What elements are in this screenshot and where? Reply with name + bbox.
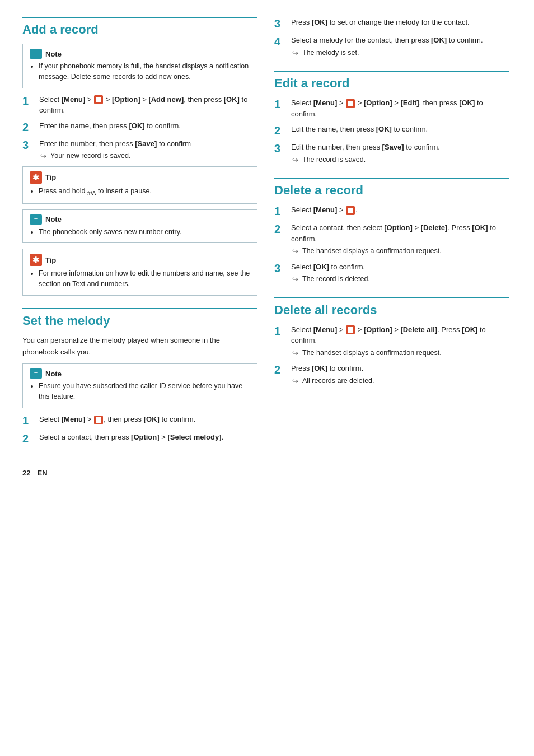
step-num-d2: 2 xyxy=(274,222,287,236)
tip-icon-2: ✱ xyxy=(30,254,42,266)
step-content-m2: Select a contact, then press [Option] > … xyxy=(39,432,257,443)
step-content-m3: Press [OK] to set or change the melody f… xyxy=(291,17,509,28)
note-label-1: Note xyxy=(45,50,62,58)
note-icon-1: ≡ xyxy=(30,49,42,59)
step-num-m4: 4 xyxy=(274,35,287,48)
step-melody-2: 2 Select a contact, then press [Option] … xyxy=(22,432,257,445)
step-content-da1: Select [Menu] > > [Option] > [Delete all… xyxy=(291,324,509,359)
step-content-d1: Select [Menu] > . xyxy=(291,204,509,216)
section-set-melody: Set the melody You can personalize the m… xyxy=(22,308,257,445)
step-num-1: 1 xyxy=(22,94,35,108)
edit-record-title: Edit a record xyxy=(274,71,509,91)
note-header-melody: ≡ Note xyxy=(30,368,250,379)
section-delete-all: Delete all records 1 Select [Menu] > > [… xyxy=(274,297,509,387)
tip-header-2: ✱ Tip xyxy=(30,254,250,266)
melody-steps-cont: 3 Press [OK] to set or change the melody… xyxy=(274,17,509,58)
step-content-d3: Select [OK] to confirm. ↪ The record is … xyxy=(291,262,509,285)
step-result-da1: ↪ The handset displays a confirmation re… xyxy=(291,348,509,359)
result-text-da2: All records are deleted. xyxy=(302,376,374,386)
step-del-2: 2 Select a contact, then select [Option]… xyxy=(274,222,509,257)
melody-steps: 1 Select [Menu] > , then press [OK] to c… xyxy=(22,414,257,445)
step-num-2: 2 xyxy=(22,120,35,134)
right-column: 3 Press [OK] to set or change the melody… xyxy=(274,17,509,458)
tip-list-2: For more information on how to edit the … xyxy=(30,268,250,290)
note-list-melody: Ensure you have subscribed the caller ID… xyxy=(30,381,250,402)
step-content-d2: Select a contact, then select [Option] >… xyxy=(291,222,509,257)
note-label-2: Note xyxy=(45,215,62,223)
note-list-1: If your phonebook memory is full, the ha… xyxy=(30,61,250,82)
step-content-m4: Select a melody for the contact, then pr… xyxy=(291,35,509,58)
step-content-1: Select [Menu] > > [Option] > [Add new], … xyxy=(39,94,257,116)
step-result-3: ↪ Your new record is saved. xyxy=(39,151,257,162)
tip-label-1: Tip xyxy=(45,173,56,181)
delete-all-title: Delete all records xyxy=(274,297,509,318)
step-num-e3: 3 xyxy=(274,142,287,155)
tip-label-2: Tip xyxy=(45,256,56,264)
note-label-melody: Note xyxy=(45,370,62,378)
step-melody-3: 3 Press [OK] to set or change the melody… xyxy=(274,17,509,30)
step-edit-1: 1 Select [Menu] > > [Option] > [Edit], t… xyxy=(274,97,509,119)
result-text-m4: The melody is set. xyxy=(302,48,359,58)
arrow-d2: ↪ xyxy=(292,246,298,257)
page-footer: 22 EN xyxy=(22,469,512,477)
note-header-2: ≡ Note xyxy=(30,214,250,225)
result-text-e3: The record is saved. xyxy=(302,155,366,165)
phonebook-icon-m1 xyxy=(94,416,103,424)
arrow-e3: ↪ xyxy=(292,155,298,166)
step-result-da2: ↪ All records are deleted. xyxy=(291,376,509,387)
add-record-steps: 1 Select [Menu] > > [Option] > [Add new]… xyxy=(22,94,257,162)
step-num-m3: 3 xyxy=(274,17,287,30)
tip-list-1: Press and hold #/A to insert a pause. xyxy=(30,186,250,198)
step-num-d3: 3 xyxy=(274,262,287,275)
step-melody-4: 4 Select a melody for the contact, then … xyxy=(274,35,509,58)
step-content-m1: Select [Menu] > , then press [OK] to con… xyxy=(39,414,257,425)
step-content-3: Enter the number, then press [Save] to c… xyxy=(39,138,257,162)
step-content-da2: Press [OK] to confirm. ↪ All records are… xyxy=(291,363,509,386)
tip-item-1: Press and hold #/A to insert a pause. xyxy=(39,186,250,198)
note-item-melody: Ensure you have subscribed the caller ID… xyxy=(39,381,250,402)
tip-box-2: ✱ Tip For more information on how to edi… xyxy=(22,249,257,296)
note-box-2: ≡ Note The phonebook only saves new numb… xyxy=(22,209,257,244)
step-add-3: 3 Enter the number, then press [Save] to… xyxy=(22,138,257,162)
page-number: 22 xyxy=(22,469,30,477)
step-num-m2: 2 xyxy=(22,432,35,445)
note-box-melody: ≡ Note Ensure you have subscribed the ca… xyxy=(22,363,257,408)
tip-box-1: ✱ Tip Press and hold #/A to insert a pau… xyxy=(22,166,257,204)
result-text-3: Your new record is saved. xyxy=(50,151,130,161)
tip-icon-1: ✱ xyxy=(30,171,42,184)
result-text-d3: The record is deleted. xyxy=(302,274,370,284)
delete-record-title: Delete a record xyxy=(274,178,509,198)
set-melody-title: Set the melody xyxy=(22,308,257,328)
tip-header-1: ✱ Tip xyxy=(30,171,250,184)
step-num-3: 3 xyxy=(22,138,35,152)
section-delete-record: Delete a record 1 Select [Menu] > . 2 Se… xyxy=(274,178,509,285)
note-box-1: ≡ Note If your phonebook memory is full,… xyxy=(22,44,257,88)
arrow-3: ↪ xyxy=(40,151,46,162)
page-lang: EN xyxy=(37,469,47,477)
note-item-1: If your phonebook memory is full, the ha… xyxy=(39,61,250,82)
edit-steps: 1 Select [Menu] > > [Option] > [Edit], t… xyxy=(274,97,509,165)
step-result-d3: ↪ The record is deleted. xyxy=(291,274,509,285)
step-edit-2: 2 Edit the name, then press [OK] to conf… xyxy=(274,124,509,137)
note-header-1: ≡ Note xyxy=(30,49,250,59)
arrow-d3: ↪ xyxy=(292,274,298,285)
step-del-1: 1 Select [Menu] > . xyxy=(274,204,509,218)
step-add-2: 2 Enter the name, then press [OK] to con… xyxy=(22,120,257,134)
step-del-3: 3 Select [OK] to confirm. ↪ The record i… xyxy=(274,262,509,285)
result-text-d2: The handset displays a confirmation requ… xyxy=(302,246,442,256)
step-edit-3: 3 Edit the number, then press [Save] to … xyxy=(274,142,509,165)
melody-steps-cont-list: 3 Press [OK] to set or change the melody… xyxy=(274,17,509,58)
note-item-2: The phonebook only saves new number entr… xyxy=(39,227,250,237)
result-text-da1: The handset displays a confirmation requ… xyxy=(302,348,442,358)
phonebook-icon-e1 xyxy=(346,99,355,108)
step-content-e3: Edit the number, then press [Save] to co… xyxy=(291,142,509,165)
note-icon-2: ≡ xyxy=(30,214,42,225)
step-num-e2: 2 xyxy=(274,124,287,137)
delete-all-steps: 1 Select [Menu] > > [Option] > [Delete a… xyxy=(274,324,509,387)
note-icon-melody: ≡ xyxy=(30,368,42,379)
step-num-d1: 1 xyxy=(274,204,287,218)
step-content-e1: Select [Menu] > > [Option] > [Edit], the… xyxy=(291,97,509,119)
phonebook-icon-d1 xyxy=(346,206,355,215)
step-num-da1: 1 xyxy=(274,324,287,338)
arrow-da2: ↪ xyxy=(292,376,298,387)
